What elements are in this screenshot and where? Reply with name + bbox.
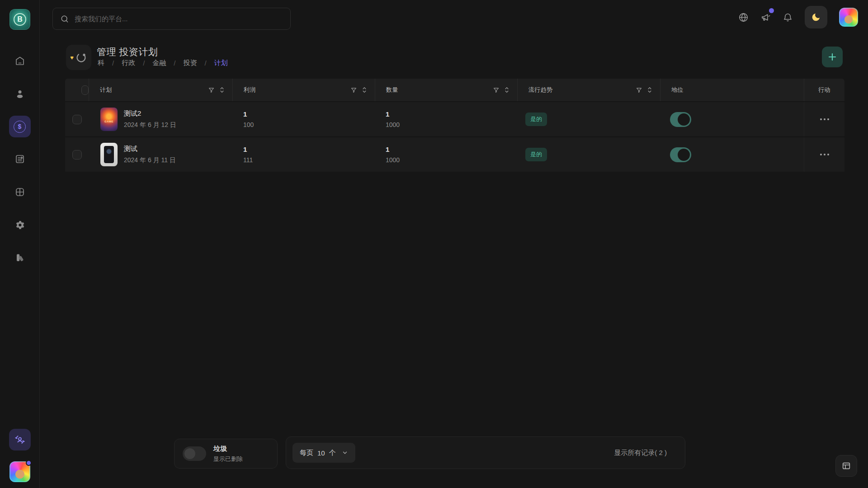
layout-icon	[841, 461, 851, 471]
gear-icon	[14, 220, 25, 230]
row-checkbox[interactable]	[72, 150, 82, 160]
quantity-cell: 1 1000	[375, 145, 517, 164]
sidebar-item-components[interactable]	[14, 252, 25, 263]
table-row: 测试 2024 年 6 月 11 日 1 111 1 1000 是的	[65, 136, 844, 172]
plan-cell: GAME 测试2 2024 年 6 月 12 日	[89, 108, 232, 131]
topbar-actions	[738, 6, 858, 28]
column-header-plan[interactable]: 计划	[89, 79, 232, 101]
trash-sublabel: 显示已删除	[213, 455, 243, 463]
status-cell	[660, 147, 804, 162]
breadcrumb-separator: /	[205, 59, 207, 67]
plan-thumbnail	[100, 143, 118, 166]
breadcrumb-separator: /	[143, 59, 145, 67]
language-globe-icon[interactable]	[738, 12, 749, 23]
row-select-cell	[65, 150, 89, 160]
profit-cell: 1 111	[232, 145, 375, 164]
page-icon-card: ♥	[66, 45, 91, 70]
actions-cell	[804, 137, 844, 172]
notification-dot	[769, 8, 774, 13]
status-toggle-on[interactable]	[670, 147, 691, 162]
notifications-bell-icon[interactable]	[783, 12, 793, 23]
trending-badge: 是的	[525, 148, 547, 161]
plan-thumbnail: GAME	[100, 108, 118, 131]
search-input[interactable]	[75, 15, 283, 23]
row-actions-menu-icon[interactable]	[820, 154, 829, 155]
trending-badge: 是的	[525, 113, 547, 126]
breadcrumb-item[interactable]: 投资	[184, 59, 197, 67]
sort-icon[interactable]	[504, 86, 510, 94]
quantity-total: 1000	[386, 156, 400, 164]
per-page-select[interactable]: 每页 10 个	[292, 443, 355, 463]
chevron-down-icon	[342, 450, 348, 456]
grid-icon	[14, 187, 25, 197]
switch-account-button[interactable]	[9, 429, 31, 450]
sidebar-item-settings[interactable]	[14, 220, 25, 230]
page-title: 管理 投资计划	[97, 46, 158, 58]
column-header-status: 地位	[660, 79, 804, 101]
sidebar-item-home[interactable]	[14, 56, 25, 66]
sidebar-item-apps[interactable]	[14, 187, 25, 197]
add-plan-button[interactable]	[822, 47, 843, 67]
filter-icon[interactable]	[636, 87, 642, 94]
trash-toggle-off[interactable]	[183, 446, 206, 461]
app-logo[interactable]: B	[9, 9, 30, 30]
per-page-suffix: 个	[329, 449, 336, 457]
records-count-label: 显示所有记录( 2 )	[614, 449, 667, 457]
announcements-megaphone-icon[interactable]	[760, 12, 771, 23]
actions-cell	[804, 102, 844, 136]
quantity-value: 1	[386, 145, 400, 153]
breadcrumb-item[interactable]: 科	[98, 59, 104, 67]
quantity-cell: 1 1000	[375, 110, 517, 128]
sidebar-user-avatar[interactable]	[9, 461, 30, 482]
sidebar-item-users[interactable]	[14, 89, 25, 99]
row-select-cell	[65, 115, 89, 124]
select-all-checkbox[interactable]	[81, 85, 89, 95]
table-row: GAME 测试2 2024 年 6 月 12 日 1 100 1 1000 是的	[65, 101, 844, 136]
online-status-dot	[26, 460, 32, 466]
plan-name[interactable]: 测试	[124, 145, 176, 153]
filter-icon[interactable]	[493, 87, 500, 94]
row-checkbox[interactable]	[72, 115, 82, 124]
user-switch-icon	[14, 434, 26, 446]
layout-customizer-button[interactable]	[835, 455, 857, 477]
per-page-prefix: 每页	[300, 449, 313, 457]
status-toggle-on[interactable]	[670, 112, 691, 127]
filter-icon[interactable]	[350, 87, 357, 94]
plan-date: 2024 年 6 月 11 日	[124, 156, 176, 164]
filter-icon[interactable]	[208, 87, 215, 94]
profit-value: 1	[243, 110, 254, 118]
profile-avatar[interactable]	[839, 8, 858, 27]
toggle-knob	[184, 448, 195, 459]
column-header-trending[interactable]: 流行趋势	[517, 79, 660, 101]
breadcrumb-item[interactable]: 金融	[152, 59, 166, 67]
sort-icon[interactable]	[646, 86, 653, 94]
sidebar-item-finance-active[interactable]: $	[9, 116, 31, 137]
status-cell	[660, 112, 804, 127]
trending-cell: 是的	[517, 148, 660, 161]
home-icon	[14, 56, 25, 66]
global-search	[52, 8, 291, 30]
loader-circle-icon	[75, 52, 87, 64]
sidebar: B $	[0, 0, 40, 488]
theme-toggle-button[interactable]	[805, 6, 827, 28]
sort-icon[interactable]	[219, 86, 225, 94]
breadcrumb-item[interactable]: 行政	[122, 59, 135, 67]
trash-label: 垃圾	[213, 445, 243, 453]
plan-date: 2024 年 6 月 12 日	[124, 121, 176, 129]
breadcrumb-separator: /	[112, 59, 114, 67]
column-header-quantity[interactable]: 数量	[375, 79, 517, 101]
toggle-knob	[678, 149, 690, 161]
breadcrumb: 科 / 行政 / 金融 / 投资 / 计划	[98, 59, 228, 67]
thumbnail-caption: GAME	[100, 120, 118, 123]
column-header-actions: 行动	[804, 79, 844, 101]
sort-icon[interactable]	[361, 86, 368, 94]
plan-name[interactable]: 测试2	[124, 109, 176, 118]
profit-cell: 1 100	[232, 110, 375, 128]
news-icon	[14, 154, 25, 164]
moon-icon	[811, 12, 821, 23]
column-header-profit[interactable]: 利润	[232, 79, 375, 101]
sidebar-item-news[interactable]	[14, 154, 25, 164]
plan-cell: 测试 2024 年 6 月 11 日	[89, 143, 232, 166]
user-icon	[14, 89, 25, 99]
row-actions-menu-icon[interactable]	[820, 118, 829, 120]
